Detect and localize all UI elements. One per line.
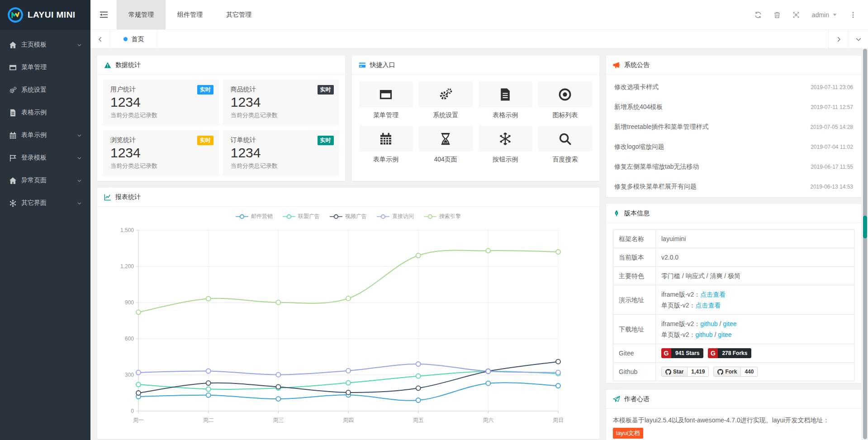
notice-list: 修改选项卡样式 2019-07-11 23:06 新增系统404模板 2019-… <box>606 75 861 197</box>
collapse-sidebar-button[interactable] <box>90 0 117 29</box>
sidebar-item-label: 登录模板 <box>21 154 76 162</box>
gitee-badge-text: 278 Forks <box>718 348 751 358</box>
snowflake-icon <box>9 199 17 207</box>
sidebar-item[interactable]: 异常页面 <box>0 169 90 192</box>
version-link[interactable]: gitee <box>723 320 736 327</box>
legend-item[interactable]: 搜索引擎 <box>424 213 461 220</box>
legend-item[interactable]: 直接访问 <box>377 213 414 220</box>
tab-operations-button[interactable] <box>848 30 868 48</box>
sidebar-item[interactable]: 其它界面 <box>0 192 90 214</box>
author-words-body: 本模板基于layui2.5.4以及font-awesome-4.7.0进行实现。… <box>606 409 861 440</box>
quick-entry-item[interactable]: 表单示例 <box>359 126 413 164</box>
notice-item[interactable]: 修改logo缩放问题 2019-07-04 11:02 <box>614 137 853 157</box>
clear-cache-trash-icon[interactable] <box>768 0 787 30</box>
sidebar: LAYUI MINI 主页模板 菜单管理 系统设置 表格示例 表单示例 登录模板… <box>0 0 90 440</box>
page-tabbar: 首页 <box>90 30 868 49</box>
chevron-down-icon <box>76 132 82 138</box>
user-menu[interactable]: admin <box>806 0 844 30</box>
notice-item[interactable]: 修复左侧菜单缩放tab无法移动 2019-06-17 11:55 <box>614 157 853 177</box>
quick-entry-item[interactable]: 菜单管理 <box>359 81 413 119</box>
credit-card-icon <box>359 62 366 69</box>
realtime-badge: 实时 <box>318 136 334 145</box>
quick-entry-label: 菜单管理 <box>359 111 413 119</box>
content-left-column: 数据统计 用户统计 1234 当前分类总记录数 实时 商品统计 1234 当前分… <box>97 56 599 439</box>
version-link[interactable]: github <box>695 331 712 338</box>
svg-text:周四: 周四 <box>343 417 354 423</box>
page-tab-label: 首页 <box>132 35 144 43</box>
gitee-badge[interactable]: G941 Stars <box>661 348 703 358</box>
refresh-icon[interactable] <box>749 0 768 30</box>
layui-doc-badge[interactable]: layui文档 <box>613 428 643 439</box>
sidebar-item[interactable]: 系统设置 <box>0 79 90 101</box>
quick-entry-item[interactable]: 百度搜索 <box>538 126 592 164</box>
stat-panel[interactable]: 订单统计 1234 当前分类总记录数 实时 <box>223 130 339 176</box>
notice-item[interactable]: 新增treetable插件和菜单管理样式 2019-07-05 14:28 <box>614 117 853 137</box>
version-link[interactable]: gitee <box>718 331 731 338</box>
module-tab[interactable]: 常规管理 <box>117 0 166 29</box>
chart-legend: 邮件营销 联盟广告 视频广告 直接访问 搜索引擎 <box>97 207 599 220</box>
gitee-logo-icon: G <box>661 348 671 358</box>
legend-item[interactable]: 视频广告 <box>330 213 367 220</box>
github-badge[interactable]: Fork440 <box>713 367 758 377</box>
legend-marker-icon <box>236 214 248 219</box>
sidebar-item[interactable]: 登录模板 <box>0 147 90 169</box>
version-info-header: 版本信息 <box>606 204 861 223</box>
logo[interactable]: LAYUI MINI <box>0 0 90 30</box>
file-icon <box>479 81 532 107</box>
gears-icon <box>419 81 473 107</box>
stat-panel[interactable]: 商品统计 1234 当前分类总记录数 实时 <box>223 80 339 126</box>
stat-panel[interactable]: 用户统计 1234 当前分类总记录数 实时 <box>103 80 219 126</box>
stat-value: 1234 <box>231 145 332 161</box>
quick-entry-item[interactable]: 系统设置 <box>419 81 473 119</box>
stat-value: 1234 <box>110 145 212 161</box>
fullscreen-icon[interactable] <box>787 0 806 30</box>
svg-text:0: 0 <box>131 408 134 414</box>
caret-down-icon <box>832 12 837 17</box>
tab-scroll-right-button[interactable] <box>828 30 848 48</box>
svg-text:1,200: 1,200 <box>120 263 134 270</box>
sidebar-item[interactable]: 主页模板 <box>0 33 90 56</box>
sidebar-item[interactable]: 表单示例 <box>0 124 90 147</box>
card-title: 数据统计 <box>115 61 141 69</box>
version-link[interactable]: 点击查看 <box>700 291 726 298</box>
notice-item[interactable]: 新增系统404模板 2019-07-11 12:57 <box>614 97 853 117</box>
sidebar-item-label: 系统设置 <box>21 86 82 94</box>
paper-plane-icon <box>613 396 620 403</box>
version-row-label: 当前版本 <box>613 248 656 267</box>
report-line-chart: 03006009001,2001,500周一周二周三周四周五周六周日 <box>100 221 596 434</box>
quick-entry-label: 按钮示例 <box>479 156 532 164</box>
sidebar-item[interactable]: 菜单管理 <box>0 56 90 79</box>
report-chart-header: 报表统计 <box>97 188 599 207</box>
version-link[interactable]: 点击查看 <box>695 302 721 309</box>
notice-item[interactable]: 修改选项卡样式 2019-07-11 23:06 <box>614 77 853 97</box>
notice-item[interactable]: 修复多模块菜单栏展开有问题 2019-06-13 14:53 <box>614 177 853 197</box>
stat-value: 1234 <box>231 94 332 110</box>
system-notice-card: 系统公告 修改选项卡样式 2019-07-11 23:06 新增系统404模板 … <box>606 56 861 197</box>
github-badge[interactable]: Star1,419 <box>661 367 709 377</box>
more-menu-icon[interactable] <box>844 0 863 30</box>
username: admin <box>812 11 829 19</box>
version-link[interactable]: github <box>700 320 717 327</box>
legend-item[interactable]: 联盟广告 <box>283 213 320 220</box>
quick-entry-item[interactable]: 按钮示例 <box>479 126 532 164</box>
quick-entry-item[interactable]: 表格示例 <box>479 81 532 119</box>
sidebar-item[interactable]: 表格示例 <box>0 101 90 124</box>
gitee-badge[interactable]: G278 Forks <box>708 348 751 358</box>
version-table-row: 框架名称 layuimini <box>613 230 854 248</box>
quick-entry-item[interactable]: 图标列表 <box>538 81 592 119</box>
module-tab[interactable]: 组件管理 <box>166 0 214 29</box>
notice-date: 2019-06-17 11:55 <box>811 164 853 170</box>
module-tab[interactable]: 其它管理 <box>214 0 263 29</box>
quick-entry-item[interactable]: 404页面 <box>419 126 473 164</box>
dot-circle-icon <box>538 81 592 107</box>
legend-marker-icon <box>330 214 342 219</box>
page-scrollbar-thumb[interactable] <box>863 216 867 238</box>
page-tab[interactable]: 首页 <box>110 30 157 48</box>
legend-label: 搜索引擎 <box>439 213 461 220</box>
stat-panel[interactable]: 浏览统计 1234 当前分类总记录数 实时 <box>103 130 219 176</box>
card-title: 系统公告 <box>624 61 650 69</box>
version-row-label: Github <box>613 363 656 381</box>
tab-scroll-left-button[interactable] <box>90 30 110 48</box>
page-scrollbar-track[interactable] <box>863 49 867 439</box>
legend-item[interactable]: 邮件营销 <box>236 213 273 220</box>
